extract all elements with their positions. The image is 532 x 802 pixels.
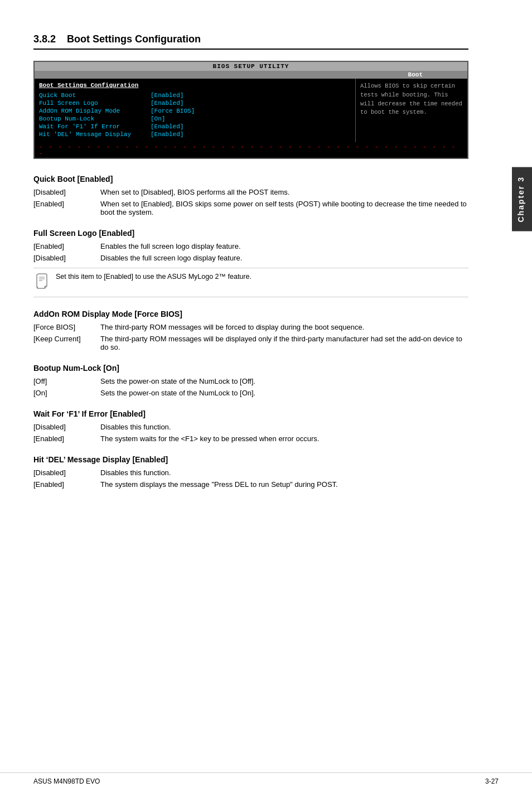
quick-boot-enabled: [Enabled] When set to [Enabled], BIOS sk… xyxy=(33,200,468,216)
footer-right: 3-27 xyxy=(485,777,499,785)
bootup-numlock-title: Bootup Num-Lock [On] xyxy=(33,364,468,373)
addon-rom-title: AddOn ROM Display Mode [Force BIOS] xyxy=(33,310,468,318)
bios-content: Boot Settings Configuration Quick Boot [… xyxy=(35,79,467,142)
bios-section-label: Boot Settings Configuration xyxy=(39,82,351,89)
wait-f1-disabled: [Disabled] Disables this function. xyxy=(33,423,468,431)
logo-disabled: [Disabled] Disables the full screen logo… xyxy=(33,254,468,262)
note-box: Set this item to [Enabled] to use the AS… xyxy=(33,268,468,297)
section-title-text: Boot Settings Configuration xyxy=(67,33,201,45)
section-number: 3.8.2 xyxy=(33,33,56,45)
addon-force-bios: [Force BIOS] The third-party ROM message… xyxy=(33,323,468,331)
numlock-off: [Off] Sets the power-on state of the Num… xyxy=(33,377,468,385)
quick-boot-disabled: [Disabled] When set to [Disabled], BIOS … xyxy=(33,188,468,196)
logo-enabled: [Enabled] Enables the full screen logo d… xyxy=(33,242,468,250)
hit-del-disabled: [Disabled] Disables this function. xyxy=(33,468,468,477)
wait-f1-title: Wait For ‘F1’ If Error [Enabled] xyxy=(33,409,468,418)
bios-item-5: Wait For 'F1' If Error [Enabled] xyxy=(39,123,351,130)
bios-left-panel: Boot Settings Configuration Quick Boot [… xyxy=(35,79,356,142)
bios-item-2: Full Screen Logo [Enabled] xyxy=(39,100,351,107)
chapter-sidebar: Chapter 3 xyxy=(512,167,532,231)
hit-del-enabled: [Enabled] The system displays the messag… xyxy=(33,480,468,489)
quick-boot-title: Quick Boot [Enabled] xyxy=(33,175,468,183)
footer-left: ASUS M4N98TD EVO xyxy=(33,777,100,785)
full-screen-logo-section: Full Screen Logo [Enabled] [Enabled] Ena… xyxy=(33,229,468,297)
bios-header: BIOS SETUP UTILITY xyxy=(35,62,467,71)
full-screen-logo-title: Full Screen Logo [Enabled] xyxy=(33,229,468,238)
addon-keep-current: [Keep Current] The third-party ROM messa… xyxy=(33,335,468,351)
page-footer: ASUS M4N98TD EVO 3-27 xyxy=(0,772,532,785)
bios-dashes: - - - - - - - - - - - - - - - - - - - - … xyxy=(35,142,467,158)
wait-f1-section: Wait For ‘F1’ If Error [Enabled] [Disabl… xyxy=(33,409,468,443)
bios-item-6: Hit 'DEL' Message Display [Enabled] xyxy=(39,131,351,138)
bios-item-1: Quick Boot [Enabled] xyxy=(39,92,351,99)
bootup-numlock-section: Bootup Num-Lock [On] [Off] Sets the powe… xyxy=(33,364,468,397)
section-title: 3.8.2 Boot Settings Configuration xyxy=(33,33,468,50)
bios-item-4: Bootup Num-Lock [On] xyxy=(39,115,351,122)
bios-right-panel: Allows BIOS to skip certain tests while … xyxy=(356,79,467,142)
addon-rom-section: AddOn ROM Display Mode [Force BIOS] [For… xyxy=(33,310,468,351)
note-text: Set this item to [Enabled] to use the AS… xyxy=(56,273,252,281)
quick-boot-section: Quick Boot [Enabled] [Disabled] When set… xyxy=(33,175,468,216)
hit-del-title: Hit ‘DEL’ Message Display [Enabled] xyxy=(33,455,468,464)
note-icon xyxy=(33,273,56,292)
hit-del-section: Hit ‘DEL’ Message Display [Enabled] [Dis… xyxy=(33,455,468,489)
wait-f1-enabled: [Enabled] The system waits for the <F1> … xyxy=(33,434,468,443)
bios-item-3: AddOn ROM Display Mode [Force BIOS] xyxy=(39,108,351,114)
numlock-on: [On] Sets the power-on state of the NumL… xyxy=(33,389,468,397)
bios-screenshot: BIOS SETUP UTILITY Boot Boot Settings Co… xyxy=(33,61,468,159)
bios-tab: Boot xyxy=(35,71,467,79)
